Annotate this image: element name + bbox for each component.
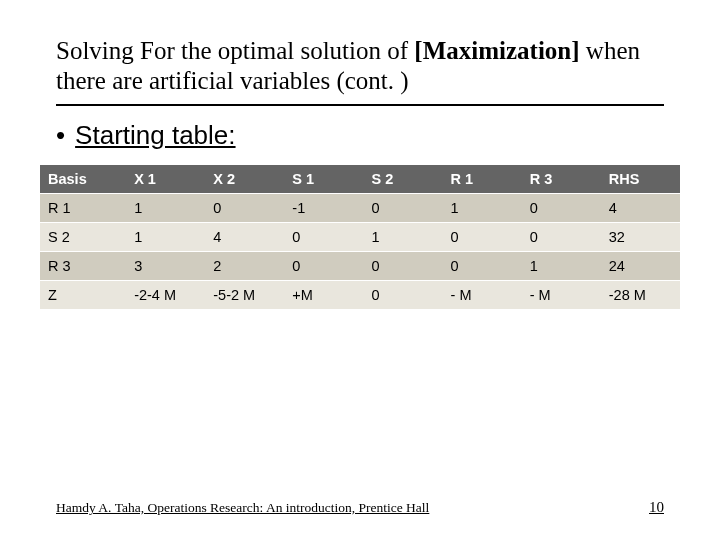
- cell: - M: [522, 281, 601, 310]
- cell: 3: [126, 252, 205, 281]
- bullet-text: Starting table:: [75, 120, 235, 150]
- table-row: R 1 1 0 -1 0 1 0 4: [40, 194, 680, 223]
- cell: 0: [205, 194, 284, 223]
- col-r1: R 1: [443, 165, 522, 194]
- cell: R 1: [40, 194, 126, 223]
- cell: 1: [126, 223, 205, 252]
- simplex-tableau: Basis X 1 X 2 S 1 S 2 R 1 R 3 RHS R 1 1 …: [40, 165, 680, 310]
- slide-title-block: Solving For the optimal solution of [Max…: [0, 0, 720, 98]
- cell: 0: [363, 194, 442, 223]
- cell: S 2: [40, 223, 126, 252]
- cell: 32: [601, 223, 680, 252]
- cell: 0: [284, 223, 363, 252]
- cell: 0: [443, 252, 522, 281]
- footer-reference: Hamdy A. Taha, Operations Research: An i…: [56, 500, 429, 516]
- cell: 0: [363, 281, 442, 310]
- cell: 1: [126, 194, 205, 223]
- page-number: 10: [649, 499, 664, 516]
- bullet-marker: •: [56, 120, 65, 151]
- title-bold: [Maximization]: [414, 37, 579, 64]
- col-x2: X 2: [205, 165, 284, 194]
- table-row: R 3 3 2 0 0 0 1 24: [40, 252, 680, 281]
- cell: 0: [363, 252, 442, 281]
- cell: 0: [284, 252, 363, 281]
- cell: -2-4 M: [126, 281, 205, 310]
- slide-footer: Hamdy A. Taha, Operations Research: An i…: [56, 499, 664, 516]
- cell: - M: [443, 281, 522, 310]
- title-part1: Solving For the optimal solution of: [56, 37, 414, 64]
- cell: -28 M: [601, 281, 680, 310]
- tableau-wrap: Basis X 1 X 2 S 1 S 2 R 1 R 3 RHS R 1 1 …: [0, 159, 720, 310]
- col-x1: X 1: [126, 165, 205, 194]
- cell: Z: [40, 281, 126, 310]
- col-basis: Basis: [40, 165, 126, 194]
- cell: 24: [601, 252, 680, 281]
- cell: 0: [443, 223, 522, 252]
- col-s1: S 1: [284, 165, 363, 194]
- col-s2: S 2: [363, 165, 442, 194]
- col-rhs: RHS: [601, 165, 680, 194]
- table-header-row: Basis X 1 X 2 S 1 S 2 R 1 R 3 RHS: [40, 165, 680, 194]
- table-row: S 2 1 4 0 1 0 0 32: [40, 223, 680, 252]
- cell: -1: [284, 194, 363, 223]
- bullet-row: •Starting table:: [0, 106, 720, 159]
- col-r3: R 3: [522, 165, 601, 194]
- cell: -5-2 M: [205, 281, 284, 310]
- cell: +M: [284, 281, 363, 310]
- slide-title: Solving For the optimal solution of [Max…: [56, 36, 664, 96]
- cell: 0: [522, 223, 601, 252]
- cell: 1: [363, 223, 442, 252]
- cell: 1: [522, 252, 601, 281]
- cell: 1: [443, 194, 522, 223]
- cell: 2: [205, 252, 284, 281]
- cell: 4: [601, 194, 680, 223]
- cell: 4: [205, 223, 284, 252]
- cell: R 3: [40, 252, 126, 281]
- cell: 0: [522, 194, 601, 223]
- table-row: Z -2-4 M -5-2 M +M 0 - M - M -28 M: [40, 281, 680, 310]
